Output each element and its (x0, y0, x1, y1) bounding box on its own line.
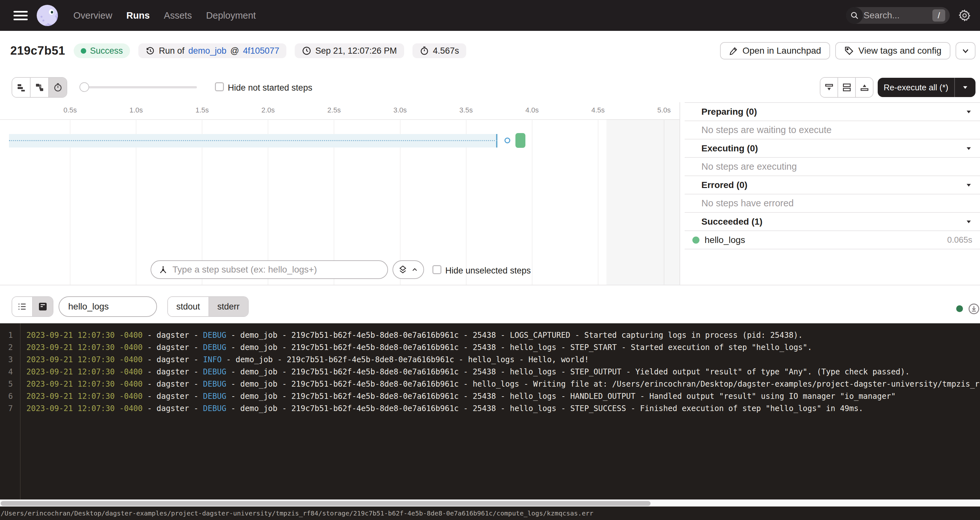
gantt-step-bar-hello-logs[interactable] (515, 133, 525, 148)
run-id-title: 219c7b51 (10, 44, 65, 57)
gridline (598, 120, 598, 285)
layers-icon (398, 265, 408, 274)
axis-tick-label: 1.5s (195, 106, 209, 114)
zoom-slider-track[interactable] (80, 86, 197, 89)
logo-pupil (51, 11, 53, 14)
nav-item-deployment[interactable]: Deployment (206, 10, 256, 21)
beyond-run-shading (606, 120, 679, 285)
view-tags-config-button[interactable]: View tags and config (835, 42, 950, 59)
log-status-dot (956, 305, 963, 312)
gear-icon[interactable] (958, 9, 971, 22)
step-status-dot (692, 236, 700, 244)
axis-tick-label: 0.5s (64, 106, 77, 114)
gridline (532, 120, 533, 285)
log-view-toggle (11, 296, 53, 317)
chevron-down-icon (961, 46, 970, 55)
log-toolbar: stdout stderr (0, 285, 980, 323)
section-empty-state: No steps are waiting to execute (685, 121, 980, 140)
open-in-launchpad-button[interactable]: Open in Launchpad (720, 42, 830, 59)
panel-section-header[interactable]: Preparing (0) (685, 103, 980, 121)
raw-log-view-button[interactable] (32, 297, 53, 316)
section-title: Succeeded (1) (702, 217, 965, 227)
section-empty-state: No steps are executing (685, 158, 980, 176)
collapse-top-panel-button[interactable] (855, 78, 873, 97)
split-panels-button[interactable] (837, 78, 855, 97)
collapse-bottom-panel-button[interactable] (821, 78, 837, 97)
tag-icon (844, 46, 854, 55)
reexecute-all-button[interactable]: Re-execute all (*) (878, 78, 975, 97)
waterfall-view-button[interactable] (30, 78, 48, 97)
split-layout-toggle (820, 77, 873, 98)
menu-icon[interactable] (11, 7, 28, 24)
axis-tick-label: 2.5s (328, 106, 341, 114)
log-file-path: /Users/erincochran/Desktop/dagster-examp… (1, 509, 593, 517)
scrollbar-thumb[interactable] (1, 501, 651, 506)
log-line: 52023-09-21 12:07:30 -0400 - dagster - D… (0, 378, 980, 390)
panel-section-header[interactable]: Errored (0) (685, 176, 980, 195)
log-line: 32023-09-21 12:07:30 -0400 - dagster - I… (0, 354, 980, 366)
hide-unselected-checkbox[interactable] (433, 265, 441, 274)
dagster-run-page: OverviewRunsAssetsDeployment / 219c7b51 … (0, 0, 980, 520)
log-line: 12023-09-21 12:07:30 -0400 - dagster - D… (0, 329, 980, 341)
logo-swirl (45, 13, 58, 26)
status-dot-icon (81, 48, 86, 54)
snapshot-link[interactable]: 4f105077 (243, 46, 279, 56)
caret-down-icon (965, 108, 972, 116)
gantt-dependency-line (9, 140, 497, 141)
nav-item-overview[interactable]: Overview (73, 10, 112, 21)
chevron-up-icon (411, 266, 418, 274)
log-lines: 12023-09-21 12:07:30 -0400 - dagster - D… (0, 329, 980, 415)
reexecute-dropdown-button[interactable] (955, 84, 975, 91)
nav-item-assets[interactable]: Assets (164, 10, 192, 21)
tab-stdout[interactable]: stdout (168, 297, 208, 316)
step-row-hello_logs[interactable]: hello_logs0.065s (685, 231, 980, 249)
logo-dot (41, 16, 43, 18)
search-box[interactable]: / (846, 7, 950, 24)
section-title: Executing (0) (702, 143, 965, 154)
hide-not-started-checkbox[interactable] (215, 82, 224, 91)
horizontal-scrollbar[interactable] (0, 499, 980, 506)
run-of-tag: Run of demo_job @ 4f105077 (138, 43, 286, 58)
zoom-slider-handle[interactable] (80, 82, 89, 92)
log-line: 22023-09-21 12:07:30 -0400 - dagster - D… (0, 341, 980, 354)
log-line: 72023-09-21 12:07:30 -0400 - dagster - D… (0, 403, 980, 415)
step-subset-filter (151, 260, 388, 279)
axis-tick-label: 3.5s (460, 106, 473, 114)
panel-section-header[interactable]: Executing (0) (685, 140, 980, 158)
flat-view-button[interactable] (12, 78, 30, 97)
step-subset-input[interactable] (172, 262, 382, 277)
timed-view-button[interactable] (48, 78, 67, 97)
clock-icon (302, 46, 312, 55)
main-nav: OverviewRunsAssetsDeployment (73, 10, 256, 21)
dagster-logo[interactable] (37, 5, 58, 26)
gantt-step-marker (504, 138, 510, 143)
log-line: 42023-09-21 12:07:30 -0400 - dagster - D… (0, 366, 980, 378)
duration-tag: 4.567s (412, 43, 466, 58)
nav-item-runs[interactable]: Runs (126, 10, 150, 21)
step-name: hello_logs (705, 235, 942, 245)
status-badge: Success (74, 43, 130, 58)
stdout-stderr-toggle: stdout stderr (167, 296, 249, 317)
log-filter-input[interactable] (68, 299, 149, 314)
caret-down-icon (965, 145, 972, 152)
job-link[interactable]: demo_job (188, 46, 226, 56)
graph-query-options-button[interactable] (393, 260, 424, 279)
search-input[interactable] (863, 10, 922, 21)
raw-log-viewer[interactable]: 12023-09-21 12:07:30 -0400 - dagster - D… (0, 323, 980, 499)
structured-log-view-button[interactable] (12, 297, 32, 316)
gantt-view-toggle (11, 77, 67, 98)
gantt-chart: 0.5s1.0s1.5s2.0s2.5s3.0s3.5s4.0s4.5s5.0s… (0, 102, 679, 285)
log-step-filter (59, 296, 157, 317)
section-empty-state: No steps have errored (685, 195, 980, 213)
logo-dot (43, 20, 45, 22)
panel-splitter[interactable] (679, 102, 680, 285)
axis-tick-label: 5.0s (657, 106, 671, 114)
tab-stderr[interactable]: stderr (208, 297, 248, 316)
panel-section-header[interactable]: Succeeded (1) (685, 213, 980, 231)
download-log-icon[interactable] (968, 303, 980, 315)
more-actions-button[interactable] (956, 42, 975, 59)
axis-tick-label: 4.5s (591, 106, 605, 114)
header-actions: Open in Launchpad View tags and config (720, 42, 975, 59)
axis-tick-label: 1.0s (129, 106, 143, 114)
axis-tick-label: 2.0s (262, 106, 275, 114)
